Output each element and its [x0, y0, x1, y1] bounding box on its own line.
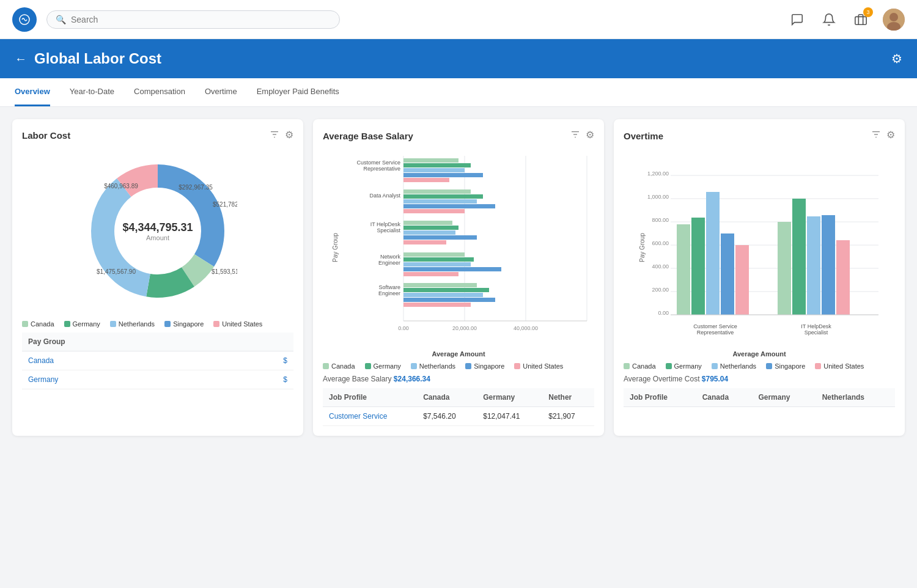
- svg-rect-57: [403, 283, 477, 287]
- th-canada-ot: Canada: [696, 388, 753, 407]
- avg-salary-chart: Pay Group 0.00 20,000.00 40,000.00 Custo…: [323, 150, 594, 345]
- svg-text:Data Analyst: Data Analyst: [369, 193, 400, 199]
- svg-rect-34: [403, 178, 449, 182]
- briefcase-badge: 3: [863, 7, 873, 17]
- svg-rect-89: [792, 199, 806, 315]
- td-customer-service[interactable]: Customer Service: [323, 407, 417, 426]
- svg-text:800.00: 800.00: [652, 217, 669, 223]
- search-icon: 🔍: [56, 15, 66, 24]
- svg-rect-53: [403, 267, 501, 271]
- table-cell-germany-value: $: [226, 370, 293, 389]
- tab-overtime[interactable]: Overtime: [205, 78, 237, 106]
- legend-singapore: Singapore: [164, 320, 204, 328]
- svg-text:$1,593,513.74: $1,593,513.74: [212, 268, 237, 275]
- svg-rect-92: [836, 240, 850, 315]
- briefcase-button[interactable]: 3: [851, 10, 871, 29]
- table-cell-canada-value: $: [226, 351, 293, 370]
- svg-text:200.00: 200.00: [652, 287, 669, 293]
- svg-rect-31: [403, 163, 471, 167]
- svg-rect-52: [403, 262, 471, 266]
- svg-text:Specialist: Specialist: [805, 329, 828, 336]
- overtime-title: Overtime: [624, 131, 871, 141]
- svg-rect-90: [807, 216, 820, 315]
- chat-button[interactable]: [787, 10, 807, 29]
- svg-text:Representative: Representative: [363, 166, 400, 172]
- svg-rect-83: [706, 192, 720, 315]
- notifications-button[interactable]: [819, 10, 839, 29]
- overtime-settings-icon[interactable]: ⚙: [886, 129, 895, 142]
- th-germany: Germany: [477, 388, 542, 407]
- avg-salary-legend: Canada Germany Netherlands Singapore Uni…: [323, 362, 594, 370]
- table-header-pay-group: Pay Group: [22, 333, 226, 351]
- svg-rect-51: [403, 257, 474, 262]
- table-cell-germany[interactable]: Germany: [22, 370, 226, 389]
- svg-rect-45: [403, 230, 455, 235]
- th-germany-ot: Germany: [752, 388, 816, 407]
- svg-rect-39: [403, 204, 495, 208]
- td-cs-germany: $12,047.41: [477, 407, 542, 426]
- svg-rect-82: [691, 218, 705, 315]
- svg-text:400.00: 400.00: [652, 263, 669, 270]
- avg-salary-title: Average Base Salary: [323, 131, 570, 141]
- user-avatar[interactable]: [883, 9, 905, 31]
- tab-compensation[interactable]: Compensation: [134, 78, 185, 106]
- table-header-amount: [226, 333, 293, 351]
- svg-rect-43: [403, 221, 452, 225]
- svg-text:$460,963.89: $460,963.89: [104, 183, 138, 189]
- legend-canada: Canada: [22, 320, 54, 328]
- svg-text:Software: Software: [378, 284, 400, 290]
- overtime-card: Overtime ⚙ Pay Group 0.00 200.00 400.00 …: [614, 119, 905, 436]
- labor-cost-filter-icon[interactable]: [269, 129, 280, 142]
- avg-salary-settings-icon[interactable]: ⚙: [586, 129, 594, 142]
- table-row: Germany $: [22, 370, 293, 389]
- svg-rect-32: [403, 168, 465, 172]
- avg-salary-filter-icon[interactable]: [570, 129, 581, 142]
- search-bar[interactable]: 🔍: [46, 10, 340, 29]
- avg-salary-svg: Pay Group 0.00 20,000.00 40,000.00 Custo…: [323, 150, 594, 345]
- legend-dot-singapore: [164, 321, 171, 327]
- legend-dot-netherlands: [110, 321, 116, 327]
- search-input[interactable]: [71, 15, 331, 24]
- legend-netherlands: Netherlands: [110, 320, 155, 328]
- tab-year-to-date[interactable]: Year-to-Date: [70, 78, 114, 106]
- svg-rect-59: [403, 293, 483, 297]
- svg-text:0.00: 0.00: [658, 310, 669, 316]
- svg-rect-54: [403, 272, 458, 276]
- svg-rect-33: [403, 173, 483, 177]
- svg-text:Pay Group: Pay Group: [332, 233, 339, 262]
- svg-text:Customer Service: Customer Service: [356, 160, 400, 166]
- donut-total-label: Amount: [122, 234, 193, 241]
- legend-germany: Germany: [64, 320, 100, 328]
- svg-text:0.00: 0.00: [398, 325, 409, 331]
- svg-rect-91: [822, 215, 835, 315]
- svg-text:Network: Network: [380, 254, 401, 260]
- workday-logo[interactable]: [12, 7, 37, 32]
- labor-cost-title: Labor Cost: [22, 130, 269, 141]
- svg-text:40,000.00: 40,000.00: [514, 325, 538, 331]
- overtime-filter-icon[interactable]: [871, 129, 882, 142]
- svg-text:Representative: Representative: [697, 329, 734, 336]
- back-button[interactable]: ←: [15, 52, 27, 66]
- tab-overview[interactable]: Overview: [15, 78, 50, 106]
- td-cs-nether: $21,907: [542, 407, 594, 426]
- svg-rect-85: [735, 245, 749, 315]
- th-nether: Nether: [542, 388, 594, 407]
- svg-text:600.00: 600.00: [652, 240, 669, 246]
- avg-salary-x-label: Average Amount: [323, 350, 594, 358]
- avg-salary-card: Average Base Salary ⚙ Pay Group: [313, 119, 604, 436]
- labor-cost-settings-icon[interactable]: ⚙: [285, 129, 293, 142]
- nav-icons: 3: [787, 9, 905, 31]
- svg-rect-40: [403, 209, 465, 213]
- svg-rect-60: [403, 298, 495, 302]
- avg-salary-table: Job Profile Canada Germany Nether Custom…: [323, 388, 594, 426]
- td-cs-canada: $7,546.20: [417, 407, 477, 426]
- tab-employer-paid-benefits[interactable]: Employer Paid Benefits: [257, 78, 339, 106]
- legend-united-states: United States: [213, 320, 262, 328]
- svg-text:$292,967.35: $292,967.35: [179, 184, 213, 191]
- table-cell-canada[interactable]: Canada: [22, 351, 226, 370]
- svg-rect-61: [403, 303, 471, 307]
- avg-salary-stat: Average Base Salary $24,366.34: [323, 375, 594, 383]
- top-navigation: 🔍 3: [0, 0, 917, 39]
- header-settings-icon[interactable]: ⚙: [891, 51, 902, 66]
- donut-chart-container: $292,967.35 $521,782.43 $1,593,513.74 $4…: [22, 152, 293, 311]
